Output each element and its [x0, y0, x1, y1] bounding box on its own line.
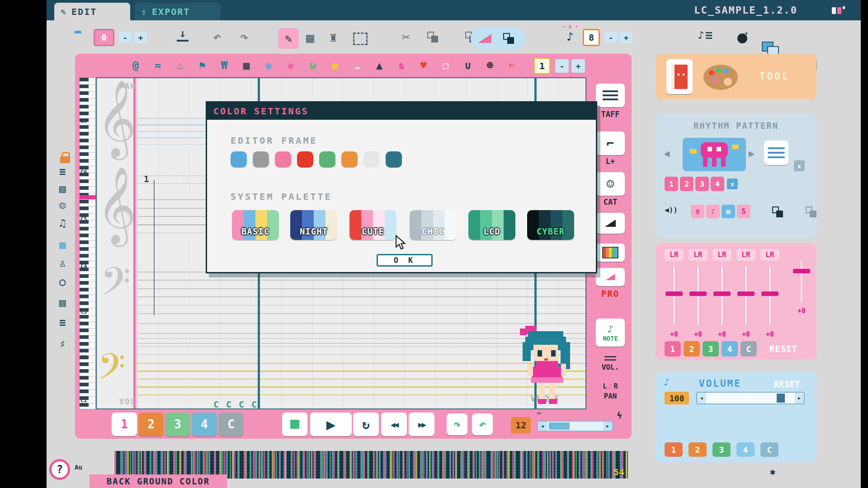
- loop-point-button[interactable]: ⌐: [596, 131, 625, 155]
- clear-button[interactable]: ✶: [737, 31, 751, 44]
- frame-color-swatch[interactable]: [341, 151, 358, 168]
- instrument-minus-button[interactable]: -: [555, 59, 569, 73]
- instrument-icon[interactable]: ✄: [502, 56, 522, 75]
- rail-grid-button[interactable]: ▦: [59, 239, 66, 251]
- rhythm-step-4[interactable]: 4: [711, 177, 724, 191]
- master-slider-track[interactable]: [800, 260, 803, 303]
- volume-right-arrow[interactable]: ▶: [795, 393, 804, 404]
- rewind-button[interactable]: ◀◀: [381, 413, 407, 436]
- instrument-icon[interactable]: ●: [325, 56, 345, 75]
- track-button-4[interactable]: 4: [192, 413, 217, 436]
- mixer-track-2[interactable]: 2: [684, 341, 700, 357]
- mixer-channel-label[interactable]: LR: [665, 249, 684, 261]
- mixer-track-c[interactable]: C: [741, 341, 757, 357]
- volume-track-1[interactable]: 1: [665, 442, 683, 457]
- rail-voice-button[interactable]: ♙: [59, 257, 66, 269]
- rhythm-step-2[interactable]: 2: [680, 177, 693, 191]
- note-mode-button[interactable]: ♪ NOTE: [596, 319, 625, 347]
- mixer-channel-label[interactable]: LR: [689, 249, 708, 261]
- slope-pink-button[interactable]: [596, 268, 625, 286]
- volume-left-arrow[interactable]: ◀: [697, 393, 706, 404]
- slope-tool-icon[interactable]: [478, 34, 491, 43]
- mixer-track-1[interactable]: 1: [665, 341, 681, 357]
- scroll-left-button[interactable]: ◀: [538, 422, 547, 431]
- play-button[interactable]: ▶: [310, 413, 352, 436]
- pan-slider-handle[interactable]: [737, 291, 755, 296]
- instrument-icon[interactable]: ω: [303, 56, 323, 75]
- repeat-button[interactable]: ↷: [447, 413, 467, 435]
- instrument-plus-button[interactable]: +: [571, 59, 585, 73]
- stamp-tool-button[interactable]: ♜: [330, 30, 337, 45]
- palette-option-night[interactable]: NIGHT: [290, 210, 337, 240]
- pan-slider-handle[interactable]: [761, 291, 778, 296]
- palette-option-cute[interactable]: CUTE: [349, 210, 396, 240]
- redo-button[interactable]: ↷: [240, 29, 248, 45]
- cut-button[interactable]: ✂: [402, 29, 410, 45]
- rhythm-step-1[interactable]: 1: [665, 177, 678, 191]
- instrument-icon[interactable]: ◉: [259, 56, 278, 75]
- loop-button[interactable]: ↻: [353, 413, 379, 436]
- volume-reset-button[interactable]: RESET: [774, 379, 800, 389]
- chord-mark[interactable]: C: [213, 399, 219, 409]
- track-button-3[interactable]: 3: [165, 413, 190, 436]
- palette-option-basic[interactable]: BASIC: [232, 210, 279, 240]
- frame-color-swatch[interactable]: [363, 151, 380, 168]
- instrument-icon[interactable]: ♞: [392, 56, 411, 75]
- rhythm-next-arrow[interactable]: ▶: [749, 148, 755, 159]
- palette-option-lcd[interactable]: LCD: [468, 210, 515, 240]
- instrument-icon[interactable]: ≈: [148, 56, 168, 75]
- mixer-track-3[interactable]: 3: [703, 341, 719, 357]
- volume-slider-thumb[interactable]: [777, 394, 785, 403]
- pan-slider-handle[interactable]: [689, 291, 707, 296]
- instrument-icon[interactable]: ▲: [369, 56, 389, 75]
- rhythm-mode-list-button[interactable]: ≡: [691, 205, 704, 218]
- manual-button[interactable]: [666, 59, 693, 94]
- rail-face-button[interactable]: ☺: [59, 200, 66, 212]
- rhythm-list-button[interactable]: [764, 141, 788, 165]
- pencil-tool-button[interactable]: ✎: [278, 28, 299, 49]
- tab-edit[interactable]: ✎ EDIT: [54, 3, 130, 20]
- dialog-titlebar[interactable]: COLOR SETTINGS: [207, 103, 596, 120]
- master-slider-handle[interactable]: [793, 269, 810, 273]
- rhythm-mode-grid-button[interactable]: ▤: [722, 205, 735, 218]
- rhythm-paste-button[interactable]: [806, 206, 816, 217]
- instrument-icon[interactable]: ♨: [170, 56, 190, 75]
- ok-button[interactable]: O K: [377, 254, 433, 267]
- vol-mode-button[interactable]: [596, 351, 625, 362]
- cat-mode-button[interactable]: ☺: [596, 172, 625, 196]
- rhythm-step-3[interactable]: 3: [695, 177, 709, 191]
- mixer-channel-label[interactable]: LR: [736, 249, 755, 261]
- rhythm-list-close-button[interactable]: x: [794, 160, 805, 171]
- grid-minus-button[interactable]: -: [604, 32, 617, 43]
- repeat-back-button[interactable]: ↶: [472, 413, 493, 435]
- track-button-1[interactable]: 1: [112, 413, 137, 436]
- duplicate-tool-icon[interactable]: [503, 33, 514, 44]
- frame-color-swatch[interactable]: [231, 151, 247, 168]
- forward-button[interactable]: ▶▶: [409, 413, 434, 436]
- track-button-c[interactable]: C: [218, 413, 244, 436]
- rail-sharp-button[interactable]: ♯: [59, 338, 66, 351]
- instrument-icon[interactable]: ▩: [236, 56, 256, 75]
- instrument-icon[interactable]: ☻: [480, 56, 500, 75]
- instrument-icon[interactable]: ∪: [458, 56, 478, 75]
- grid-value-box[interactable]: 8: [583, 29, 600, 46]
- frame-color-swatch[interactable]: [253, 151, 269, 168]
- pan-slider-handle[interactable]: [665, 291, 683, 296]
- mixer-reset-button[interactable]: RESET: [769, 344, 797, 354]
- file-plus-button[interactable]: +: [134, 32, 147, 43]
- chord-mark[interactable]: C: [251, 399, 257, 409]
- volume-track-2[interactable]: 2: [689, 442, 707, 457]
- rail-circle-button[interactable]: ○: [59, 276, 66, 288]
- rhythm-mode-note-button[interactable]: ♪: [706, 205, 720, 218]
- frame-color-swatch[interactable]: [275, 151, 291, 168]
- mixer-channel-label[interactable]: LR: [760, 249, 779, 261]
- star-icon[interactable]: ✱: [770, 466, 775, 477]
- timeline-scrollbar[interactable]: ◀ ▶: [537, 421, 613, 432]
- scroll-thumb[interactable]: [549, 422, 570, 430]
- help-button[interactable]: ?: [49, 459, 70, 480]
- preview-speaker-icon[interactable]: ◀)): [665, 206, 678, 214]
- rhythm-copy-button[interactable]: [772, 206, 783, 217]
- volume-track-4[interactable]: 4: [736, 442, 755, 457]
- track-button-2[interactable]: 2: [138, 413, 164, 436]
- grid-plus-button[interactable]: +: [620, 32, 632, 43]
